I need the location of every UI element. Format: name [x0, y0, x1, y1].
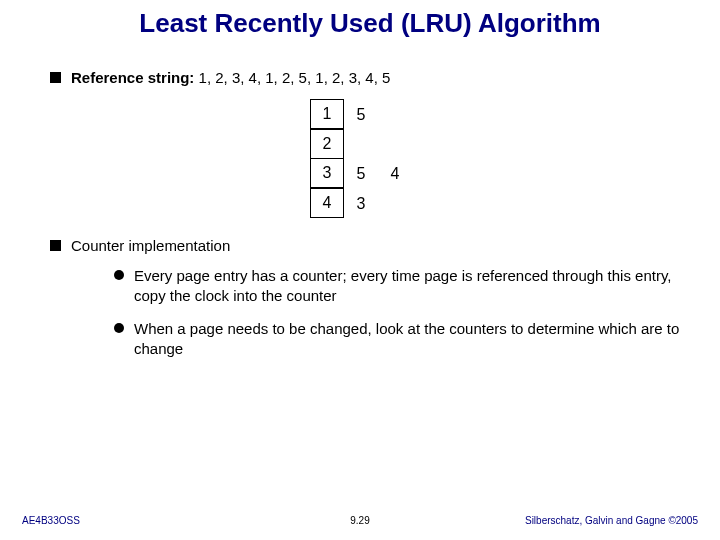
- content-area: Reference string: 1, 2, 3, 4, 1, 2, 5, 1…: [0, 39, 720, 358]
- ref-string-label: Reference string:: [71, 69, 194, 86]
- ref-string-value: 1, 2, 3, 4, 1, 2, 5, 1, 2, 3, 4, 5: [194, 69, 390, 86]
- counter-impl-line: Counter implementation: [50, 237, 680, 254]
- footer-left: AE4B33OSS: [22, 515, 80, 526]
- sub-bullet-text: When a page needs to be changed, look at…: [134, 319, 680, 358]
- frame-cell: 2: [310, 129, 344, 159]
- frames-diagram: 1 5 2 3 5 4 4 3: [310, 100, 680, 219]
- sub-bullet-item: Every page entry has a counter; every ti…: [114, 266, 680, 305]
- circle-bullet-icon: [114, 270, 124, 280]
- page-title: Least Recently Used (LRU) Algorithm: [0, 0, 720, 39]
- frame-cell: 4: [310, 188, 344, 218]
- square-bullet-icon: [50, 72, 61, 83]
- circle-bullet-icon: [114, 323, 124, 333]
- frame-row: 3 5 4: [310, 159, 680, 189]
- frame-cell: 3: [344, 189, 378, 219]
- reference-string-text: Reference string: 1, 2, 3, 4, 1, 2, 5, 1…: [71, 69, 390, 86]
- frame-row: 2: [310, 130, 680, 159]
- counter-impl-text: Counter implementation: [71, 237, 230, 254]
- sub-bullet-text: Every page entry has a counter; every ti…: [134, 266, 680, 305]
- footer: AE4B33OSS 9.29 Silberschatz, Galvin and …: [0, 515, 720, 526]
- frame-cell: 1: [310, 99, 344, 129]
- frame-cell: 5: [344, 100, 378, 130]
- footer-center: 9.29: [350, 515, 369, 526]
- footer-right: Silberschatz, Galvin and Gagne ©2005: [525, 515, 698, 526]
- frame-cell: 3: [310, 158, 344, 188]
- square-bullet-icon: [50, 240, 61, 251]
- reference-string-line: Reference string: 1, 2, 3, 4, 1, 2, 5, 1…: [50, 69, 680, 86]
- frame-cell: 5: [344, 159, 378, 189]
- frame-cell: 4: [378, 159, 412, 189]
- sub-bullets: Every page entry has a counter; every ti…: [114, 266, 680, 358]
- sub-bullet-item: When a page needs to be changed, look at…: [114, 319, 680, 358]
- frame-row: 4 3: [310, 189, 680, 219]
- frame-row: 1 5: [310, 100, 680, 130]
